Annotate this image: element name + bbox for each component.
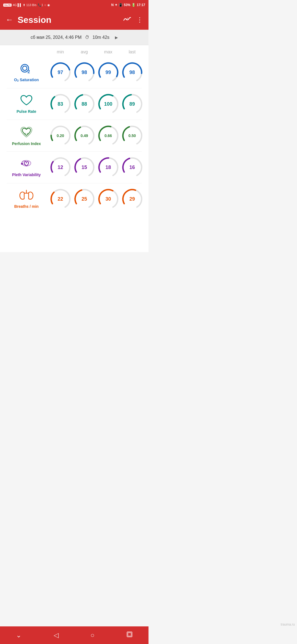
- pulse-max-gauge: 100: [96, 93, 120, 115]
- page-title: Session: [18, 15, 123, 25]
- pleth-label: Pleth Variability: [4, 158, 48, 177]
- o2-label: 2 O₂ Saturation: [4, 63, 48, 82]
- perfusion-name: Perfusion Index: [12, 141, 41, 146]
- volte-badge: VoLTE: [3, 4, 12, 7]
- metric-row-pulse: Pulse Rate 83 88 100 89: [2, 88, 146, 120]
- perfusion-min-gauge: 0.20: [48, 124, 72, 147]
- vibrate-icon: 📳: [119, 3, 123, 7]
- o2-avg-value: 98: [81, 70, 87, 75]
- whatsapp-icon: ◉: [47, 3, 50, 7]
- o2-last-value: 98: [129, 70, 135, 75]
- perfusion-max-gauge: 0.66: [96, 124, 120, 147]
- status-right: N ✦ 📳 53% 🔋 17:17: [111, 3, 145, 7]
- breaths-max-value: 30: [105, 196, 111, 202]
- more-menu-button[interactable]: ⋮: [136, 16, 143, 24]
- breaths-max-gauge: 30: [96, 188, 120, 210]
- breaths-min-gauge: 22: [48, 188, 72, 210]
- o2-max-value: 99: [105, 70, 111, 75]
- signal-strength: 4G ▌▌: [13, 3, 22, 7]
- call-icon: 📞1: [38, 3, 43, 7]
- clock-icon: ⏱: [85, 35, 89, 40]
- svg-text:2: 2: [28, 69, 30, 74]
- pleth-last-value: 16: [129, 165, 135, 170]
- breaths-avg-value: 25: [81, 196, 87, 202]
- pulse-last-gauge: 89: [120, 93, 144, 115]
- o2-avg-gauge: 98: [72, 61, 96, 84]
- circle-icon: ○: [44, 3, 46, 7]
- data-speed: ⬆ 113 B/s: [23, 3, 36, 7]
- back-button[interactable]: ←: [6, 15, 13, 24]
- pleth-avg-gauge: 15: [72, 156, 96, 179]
- svg-point-1: [23, 66, 27, 70]
- breaths-min-value: 22: [57, 196, 63, 202]
- status-left: VoLTE 4G ▌▌ ⬆ 113 B/s 📞1 ○ ◉: [3, 3, 50, 7]
- app-bar: ← Session ⋮: [0, 10, 148, 30]
- svg-line-19: [25, 133, 26, 134]
- app-bar-icons: ⋮: [123, 16, 143, 24]
- pulse-label: Pulse Rate: [4, 94, 48, 114]
- breaths-avg-gauge: 25: [72, 188, 96, 210]
- date-bar: сб мая 25, 2024, 4:46 PM ⏱ 10m 42s ▶: [0, 30, 148, 45]
- svg-line-20: [27, 133, 28, 134]
- session-duration: 10m 42s: [93, 35, 109, 40]
- pleth-min-value: 12: [57, 165, 63, 170]
- o2-last-gauge: 98: [120, 61, 144, 84]
- pleth-avg-value: 15: [81, 165, 87, 170]
- metric-row-o2: 2 O₂ Saturation 97 98 99: [2, 57, 146, 88]
- battery-percent: 53%: [124, 3, 130, 7]
- col-max: max: [96, 50, 120, 54]
- breaths-label: Breaths / min: [4, 189, 48, 209]
- pleth-max-value: 18: [105, 165, 111, 170]
- metric-row-breaths: Breaths / min 22 25 30 29: [2, 183, 146, 215]
- perfusion-avg-value: 0.49: [81, 133, 88, 138]
- pleth-last-gauge: 16: [120, 156, 144, 179]
- play-button[interactable]: ▶: [115, 35, 118, 40]
- pleth-name: Pleth Variability: [12, 173, 41, 177]
- perfusion-label: Perfusion Index: [4, 125, 48, 146]
- perfusion-last-gauge: 0.50: [120, 124, 144, 147]
- status-bar: VoLTE 4G ▌▌ ⬆ 113 B/s 📞1 ○ ◉ N ✦ 📳 53% 🔋…: [0, 0, 148, 10]
- pulse-avg-value: 88: [81, 101, 87, 107]
- pulse-min-gauge: 83: [48, 93, 72, 115]
- perfusion-avg-gauge: 0.49: [72, 124, 96, 147]
- pleth-max-gauge: 18: [96, 156, 120, 179]
- o2-min-gauge: 97: [48, 61, 72, 84]
- time-display: 17:17: [137, 3, 145, 7]
- graph-button[interactable]: [123, 16, 131, 24]
- col-avg: avg: [72, 50, 96, 54]
- session-date: сб мая 25, 2024, 4:46 PM: [31, 35, 81, 40]
- pulse-last-value: 89: [129, 101, 135, 107]
- o2-min-value: 97: [57, 70, 63, 75]
- perfusion-last-value: 0.50: [128, 133, 136, 138]
- metric-row-perfusion: Perfusion Index 0.20 0.49 0.66 0.50: [2, 120, 146, 151]
- column-headers: min avg max last: [2, 50, 146, 54]
- breaths-last-value: 29: [129, 196, 135, 202]
- bluetooth-icon: ✦: [115, 3, 117, 7]
- nfc-icon: N: [111, 3, 114, 7]
- pulse-min-value: 83: [57, 101, 63, 107]
- o2-name: O₂ Saturation: [14, 78, 39, 82]
- metric-row-pleth: Pleth Variability 12 15 18 16: [2, 152, 146, 183]
- pulse-name: Pulse Rate: [16, 109, 36, 114]
- perfusion-icon: [19, 125, 34, 140]
- pleth-min-gauge: 12: [48, 156, 72, 179]
- col-last: last: [120, 50, 144, 54]
- battery-icon: 🔋: [131, 3, 136, 7]
- col-min: min: [48, 50, 72, 54]
- pulse-icon: [20, 94, 33, 108]
- svg-point-31: [21, 163, 23, 165]
- breaths-last-gauge: 29: [120, 188, 144, 210]
- breaths-name: Breaths / min: [14, 204, 39, 209]
- pulse-max-value: 100: [104, 101, 112, 107]
- breaths-icon: [19, 189, 34, 203]
- o2-max-gauge: 99: [96, 61, 120, 84]
- perfusion-max-value: 0.66: [105, 133, 112, 138]
- pleth-icon: [19, 158, 34, 171]
- o2-icon: 2: [19, 63, 34, 76]
- main-content: min avg max last 2 O₂ Saturation 97: [0, 45, 148, 252]
- pulse-avg-gauge: 88: [72, 93, 96, 115]
- perfusion-min-value: 0.20: [57, 133, 64, 138]
